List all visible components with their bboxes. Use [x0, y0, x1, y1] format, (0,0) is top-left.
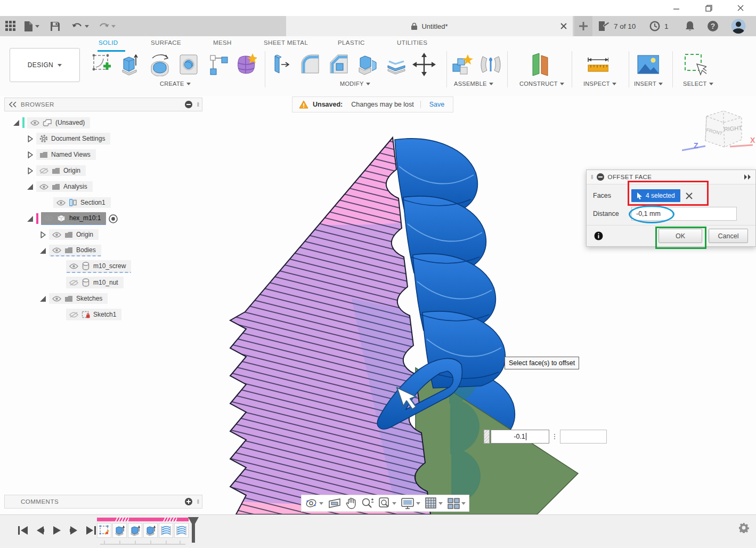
minimize-icon[interactable]	[669, 2, 685, 14]
tree-row-origin-child[interactable]: Origin	[39, 228, 99, 241]
distance-input[interactable]: -0,1 mm	[631, 207, 737, 221]
group-label-select[interactable]: SELECT	[683, 80, 713, 87]
combine-icon[interactable]	[356, 52, 379, 77]
group-label-modify[interactable]: MODIFY	[340, 80, 370, 87]
undo-button[interactable]	[72, 22, 89, 31]
tree-row-origin[interactable]: Origin	[27, 164, 86, 178]
viewports-button[interactable]	[448, 498, 466, 509]
tree-row-sketch1[interactable]: Sketch1	[66, 308, 121, 321]
extrude-icon[interactable]	[118, 52, 142, 77]
tab-surface[interactable]: SURFACE	[151, 39, 181, 50]
new-component-icon[interactable]	[450, 52, 474, 77]
tree-row-bodies[interactable]: Bodies	[39, 244, 101, 257]
redo-button[interactable]	[99, 22, 116, 31]
add-comment-icon[interactable]	[185, 498, 192, 505]
timeline-feature-extrude[interactable]	[143, 523, 158, 538]
joint-icon[interactable]	[478, 52, 502, 77]
input-drag-grip[interactable]	[484, 430, 490, 444]
new-tab-button[interactable]	[574, 16, 592, 36]
app-grid-icon[interactable]	[5, 21, 17, 32]
measure-icon[interactable]	[585, 52, 608, 77]
view-cube[interactable]: RIGHT FRONT Z X	[682, 101, 756, 160]
clear-selection-icon[interactable]	[686, 192, 693, 199]
eye-icon[interactable]	[30, 119, 39, 126]
create-form-icon[interactable]	[233, 52, 257, 77]
collapsed-icon[interactable]	[39, 231, 46, 238]
pattern-icon[interactable]	[207, 52, 230, 77]
eye-icon[interactable]	[39, 183, 48, 190]
revolve-icon[interactable]	[148, 52, 172, 77]
insert-image-icon[interactable]	[636, 52, 659, 77]
timeline-go-to-start-button[interactable]	[16, 523, 30, 537]
expanded-icon[interactable]	[39, 247, 46, 254]
collapsed-icon[interactable]	[27, 151, 34, 158]
comments-panel-header[interactable]: COMMENTS ‖	[4, 495, 202, 509]
viewport-canvas[interactable]: Unsaved: Changes may be lost Save BROWSE…	[0, 96, 756, 514]
pan-button[interactable]	[346, 497, 356, 509]
expanded-icon[interactable]	[13, 119, 20, 126]
collapse-panel-icon[interactable]	[9, 102, 17, 107]
ok-button[interactable]: OK	[659, 229, 702, 243]
info-icon[interactable]	[594, 231, 603, 240]
dialog-expand-icon[interactable]	[744, 174, 751, 180]
fillet-icon[interactable]	[298, 52, 322, 77]
create-sketch-icon[interactable]	[91, 52, 114, 77]
display-settings-button[interactable]	[401, 498, 420, 509]
tree-row-root[interactable]: (Unsaved)	[13, 116, 90, 130]
secondary-input-field[interactable]	[560, 430, 607, 444]
collapsed-icon[interactable]	[27, 135, 34, 142]
activate-component-radio[interactable]	[109, 214, 118, 223]
eye-off-icon[interactable]	[39, 167, 48, 174]
dialog-collapse-icon[interactable]	[597, 173, 604, 181]
tree-row-m10-nut[interactable]: m10_nut	[66, 276, 124, 289]
eye-icon[interactable]	[56, 199, 66, 206]
press-pull-icon[interactable]	[269, 52, 292, 77]
settings-gear-icon[interactable]	[738, 522, 749, 533]
faces-selection-chip[interactable]: 4 selected	[631, 189, 680, 202]
expanded-icon[interactable]	[39, 295, 46, 302]
group-label-inspect[interactable]: INSPECT	[583, 80, 616, 87]
document-version-status[interactable]: 7 of 10	[598, 16, 636, 36]
move-icon[interactable]	[412, 52, 436, 77]
workspace-switcher[interactable]: DESIGN	[10, 48, 80, 82]
collapse-all-icon[interactable]	[185, 101, 192, 108]
group-label-create[interactable]: CREATE	[160, 80, 191, 87]
offset-face-icon[interactable]	[385, 52, 408, 77]
tree-row-section1[interactable]: Section1	[53, 196, 111, 209]
eye-icon[interactable]	[69, 263, 78, 270]
tab-plastic[interactable]: PLASTIC	[338, 39, 365, 50]
eye-off-icon[interactable]	[69, 311, 78, 318]
fit-button[interactable]	[379, 497, 396, 509]
tree-row-sketches[interactable]: Sketches	[39, 292, 108, 305]
orbit-button[interactable]	[305, 497, 323, 509]
grid-snap-button[interactable]	[425, 497, 443, 509]
panel-grip[interactable]: ‖	[197, 498, 199, 505]
expanded-icon[interactable]	[27, 183, 34, 190]
eye-icon[interactable]	[52, 231, 61, 238]
dialog-header[interactable]: ‖ OFFSET FACE	[587, 170, 755, 184]
chamfer-icon[interactable]	[327, 52, 351, 77]
construct-plane-icon[interactable]	[526, 52, 550, 77]
model-3d-view[interactable]	[0, 96, 756, 514]
panel-grip[interactable]: ‖	[197, 101, 199, 108]
eye-off-icon[interactable]	[69, 279, 78, 286]
save-icon[interactable]	[50, 21, 60, 31]
job-status-button[interactable]: 1	[649, 16, 669, 36]
timeline-feature-extrude[interactable]	[112, 523, 127, 538]
timeline-feature-extrude[interactable]	[128, 523, 142, 538]
offset-distance-field[interactable]: -0.1	[491, 430, 549, 444]
tree-row-named-views[interactable]: Named Views	[27, 148, 96, 162]
select-icon[interactable]	[683, 52, 706, 77]
timeline-feature-coil[interactable]	[174, 523, 189, 538]
cancel-button[interactable]: Cancel	[709, 229, 748, 243]
close-window-icon[interactable]	[733, 2, 749, 14]
timeline-go-to-end-button[interactable]	[84, 523, 98, 537]
eye-icon[interactable]	[52, 247, 61, 254]
dialog-grip[interactable]: ‖	[591, 174, 593, 180]
tree-row-document-settings[interactable]: Document Settings	[27, 132, 110, 146]
group-label-assemble[interactable]: ASSEMBLE	[454, 80, 493, 87]
look-at-button[interactable]	[328, 498, 341, 509]
zoom-button[interactable]	[361, 497, 374, 509]
restore-icon[interactable]	[701, 2, 717, 14]
timeline-step-forward-button[interactable]	[67, 523, 81, 537]
